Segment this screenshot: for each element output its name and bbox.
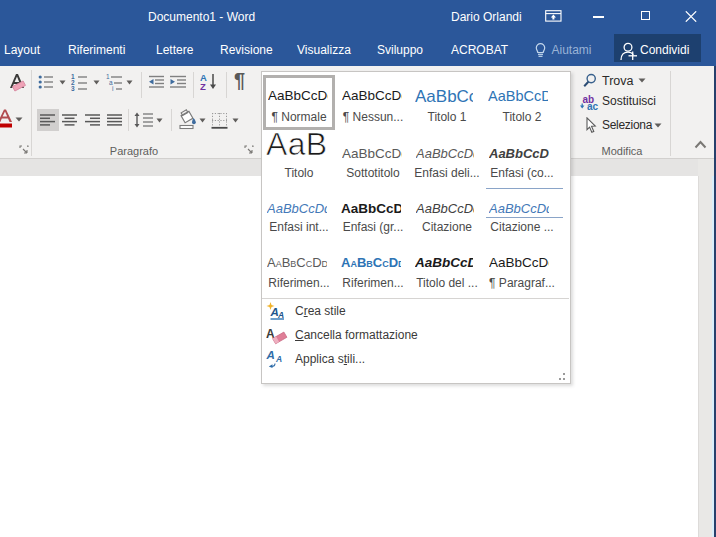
svg-text:Z: Z (200, 81, 206, 91)
svg-text:A: A (266, 349, 275, 361)
svg-text:3: 3 (71, 85, 75, 91)
svg-text:A: A (275, 354, 282, 364)
svg-text:ac: ac (587, 101, 599, 111)
svg-text:i: i (112, 85, 113, 91)
